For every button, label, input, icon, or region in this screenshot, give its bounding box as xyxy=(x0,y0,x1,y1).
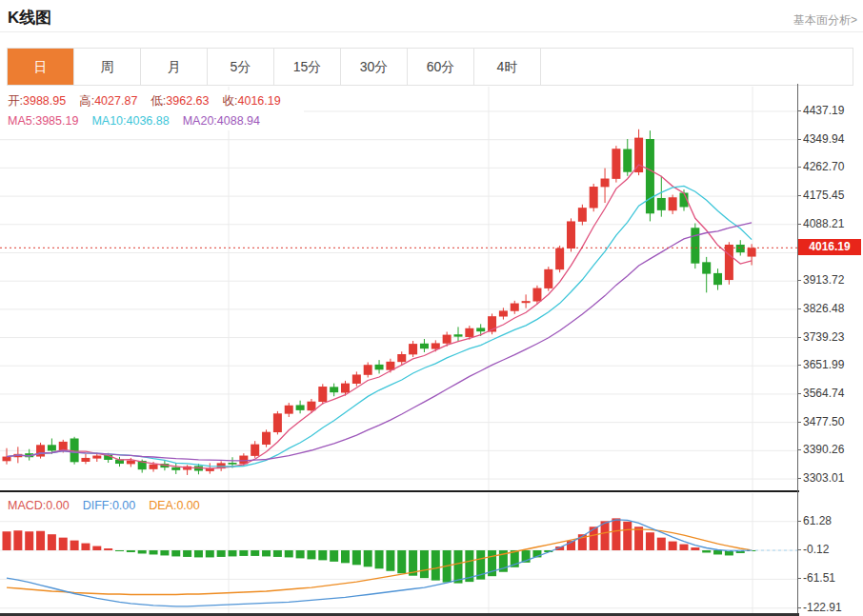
info-value: 0.00 xyxy=(176,499,199,512)
info-item: MACD:0.00 xyxy=(8,499,70,512)
info-label: 收: xyxy=(223,94,238,108)
price-axis-label: -0.12 xyxy=(803,543,829,556)
info-label: 低: xyxy=(151,94,166,108)
timeframe-tabbar: 日周月5分15分30分60分4时 xyxy=(7,48,853,86)
info-item: 高:4027.87 xyxy=(79,94,137,108)
axis-tick xyxy=(797,521,801,522)
axis-tick xyxy=(797,195,801,196)
price-axis-label: 4175.45 xyxy=(803,189,844,202)
tab-timeframe-1[interactable]: 周 xyxy=(74,49,141,85)
axis-tick xyxy=(797,549,801,550)
info-value: 0.00 xyxy=(46,499,69,512)
axis-tick xyxy=(797,578,801,579)
axis-tick xyxy=(797,422,801,423)
price-axis-label: -61.51 xyxy=(803,571,835,585)
price-axis-label: 3651.99 xyxy=(803,358,844,371)
axis-tick xyxy=(797,449,801,450)
main-candlestick-chart[interactable] xyxy=(0,87,797,491)
panel-divider xyxy=(0,490,799,492)
axis-tick xyxy=(797,224,801,225)
info-value: 3962.63 xyxy=(166,94,209,108)
info-value: 4016.19 xyxy=(238,94,281,108)
fundamental-analysis-link[interactable]: 基本面分析> xyxy=(793,12,857,29)
info-item: MA20:4088.94 xyxy=(183,114,260,128)
page-header: K线图 基本面分析> xyxy=(0,0,863,32)
axis-tick xyxy=(797,139,801,140)
axis-tick xyxy=(797,607,801,608)
price-axis-label: 3303.01 xyxy=(803,471,844,485)
info-label: 高: xyxy=(79,94,94,108)
info-label: MACD: xyxy=(8,499,46,512)
tab-timeframe-3[interactable]: 5分 xyxy=(208,49,274,85)
axis-tick xyxy=(797,393,801,394)
price-axis-label: 3477.50 xyxy=(803,415,844,428)
axis-tick xyxy=(797,308,801,309)
axis-tick xyxy=(797,110,801,111)
info-item: 收:4016.19 xyxy=(223,94,281,108)
info-value: 4088.94 xyxy=(217,114,260,128)
tab-timeframe-7[interactable]: 4时 xyxy=(474,49,541,85)
info-item: DIFF:0.00 xyxy=(83,499,136,512)
current-price-badge: 4016.19 xyxy=(798,239,861,255)
axis-tick xyxy=(797,478,801,479)
price-axis-label: 4349.94 xyxy=(803,132,844,146)
tab-timeframe-5[interactable]: 30分 xyxy=(341,49,408,85)
info-value: 0.00 xyxy=(112,499,135,512)
axis-tick xyxy=(797,167,801,168)
ma-info-row: MA5:3985.19MA10:4036.88MA20:4088.94 xyxy=(0,111,283,130)
price-axis-label: -122.91 xyxy=(803,601,842,614)
price-axis-label: 61.28 xyxy=(803,514,832,527)
price-axis-label: 4437.19 xyxy=(803,104,844,117)
price-axis-label: 3564.74 xyxy=(803,387,844,400)
tabbar-filler xyxy=(541,49,853,85)
tab-timeframe-2[interactable]: 月 xyxy=(141,49,208,85)
price-axis-line xyxy=(797,84,798,616)
tab-timeframe-6[interactable]: 60分 xyxy=(408,49,474,85)
price-axis-label: 3913.72 xyxy=(803,273,844,287)
info-value: 4027.87 xyxy=(94,94,137,108)
info-item: MA5:3985.19 xyxy=(8,114,78,128)
axis-tick xyxy=(797,365,801,366)
price-axis-label: 3390.26 xyxy=(803,443,844,456)
price-axis-label: 4088.21 xyxy=(803,217,844,230)
info-label: DIFF: xyxy=(83,499,112,512)
info-item: DEA:0.00 xyxy=(149,499,200,512)
axis-tick xyxy=(797,280,801,281)
macd-info-row: MACD:0.00DIFF:0.00DEA:0.00 xyxy=(0,496,223,515)
info-label: MA20: xyxy=(183,114,217,128)
info-label: DEA: xyxy=(149,499,176,512)
price-axis-label: 3739.23 xyxy=(803,330,844,344)
info-item: 开:3988.95 xyxy=(8,94,66,108)
info-label: 开: xyxy=(8,94,23,108)
price-axis-label: 4262.70 xyxy=(803,160,844,173)
info-item: MA10:4036.88 xyxy=(91,114,169,128)
info-item: 低:3962.63 xyxy=(151,94,209,108)
price-axis-label: 3826.48 xyxy=(803,302,844,315)
info-value: 4036.88 xyxy=(127,114,170,128)
tab-timeframe-0[interactable]: 日 xyxy=(8,49,74,85)
info-value: 3985.19 xyxy=(35,114,78,128)
chart-region: 开:3988.95高:4027.87低:3962.63收:4016.19 MA5… xyxy=(0,87,863,616)
info-label: MA10: xyxy=(91,114,126,128)
page-title: K线图 xyxy=(8,7,51,29)
tab-timeframe-4[interactable]: 15分 xyxy=(274,49,341,85)
info-label: MA5: xyxy=(8,114,35,128)
ohlc-info-row: 开:3988.95高:4027.87低:3962.63收:4016.19 xyxy=(0,90,304,112)
axis-tick xyxy=(797,337,801,338)
info-value: 3988.95 xyxy=(23,94,66,108)
